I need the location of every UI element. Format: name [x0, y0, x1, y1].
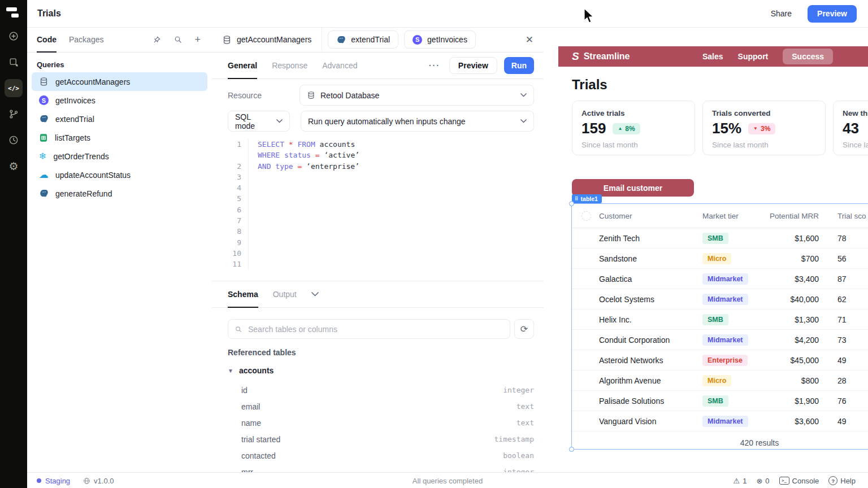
add-icon [8, 30, 19, 42]
salesforce-icon: ☁ [39, 170, 49, 180]
run-button[interactable]: Run [504, 57, 534, 74]
cell-customer: Palisade Solutions [594, 396, 698, 406]
nav-item-support[interactable]: Support [738, 52, 769, 61]
line-number: 7 [225, 215, 249, 226]
tier-badge: Midmarket [702, 416, 748, 427]
components-icon [8, 56, 19, 68]
stat-sublabel: Since la [843, 141, 868, 149]
cell-customer: Asteroid Networks [594, 356, 698, 365]
editor-tab-getAccountManagers[interactable]: getAccountManagers [212, 27, 322, 52]
overflow-menu-icon[interactable]: ··· [429, 61, 440, 70]
code-line: 2AND type = ‘enterprise’ [225, 161, 535, 172]
col-potential-mrr[interactable]: Potential MRR [766, 212, 822, 220]
status-console[interactable]: >_Console [779, 477, 819, 485]
query-item-updateAccountStatus[interactable]: ☁updateAccountStatus [32, 165, 207, 184]
subtab-general[interactable]: General [228, 53, 257, 79]
table-row[interactable]: Palisade SolutionsSMB$1,90076 [572, 391, 868, 411]
subtab-response[interactable]: Response [272, 53, 307, 79]
tab-packages[interactable]: Packages [69, 27, 103, 52]
rail-history-button[interactable] [5, 131, 23, 149]
tab-schema[interactable]: Schema [228, 281, 258, 307]
status-error[interactable]: ⊗0 [756, 477, 769, 485]
nav-item-success[interactable]: Success [783, 49, 833, 64]
select-all-checkbox[interactable] [581, 211, 591, 221]
share-button[interactable]: Share [767, 8, 795, 19]
rail-code-button[interactable]: </> [5, 79, 23, 97]
line-number: 2 [225, 161, 249, 172]
col-trial-score[interactable]: Trial sco [822, 212, 868, 220]
mode-value: SQL mode [235, 112, 271, 130]
schema-search[interactable] [228, 319, 510, 339]
caret-down-icon: ▼ [228, 368, 233, 374]
tier-badge: Midmarket [702, 273, 748, 285]
editor-tab-extendTrial[interactable]: extendTrial [328, 30, 398, 49]
col-customer[interactable]: Customer [594, 212, 698, 220]
table-row[interactable]: Helix Inc.SMB$1,30071 [572, 310, 868, 330]
query-item-getOrderTrends[interactable]: ❄getOrderTrends [32, 147, 207, 165]
table-row[interactable]: Ocelot SystemsMidmarket$40,00062 [572, 289, 868, 310]
run-behavior-select[interactable]: Run query automatically when inputs chan… [301, 111, 534, 132]
editor-tab-getInvoices[interactable]: SgetInvoices [404, 30, 476, 49]
collapse-panel-icon[interactable] [311, 292, 319, 297]
schema-table-accounts[interactable]: ▼ accounts [228, 366, 274, 375]
table-row[interactable]: Asteroid NetworksEnterprise$45,00049 [572, 350, 868, 371]
query-preview-button[interactable]: Preview [449, 57, 497, 74]
stat-delta-badge: ▼3% [748, 123, 775, 134]
selection-handle[interactable] [569, 201, 574, 206]
query-label: updateAccountStatus [55, 171, 131, 180]
tab-code[interactable]: Code [37, 27, 57, 52]
pin-icon[interactable] [153, 35, 162, 44]
status-warning[interactable]: ⚠1 [734, 477, 747, 485]
queries-section-label: Queries [37, 60, 212, 69]
query-item-listTargets[interactable]: listTargets [32, 128, 207, 147]
status-help[interactable]: ?Help [828, 476, 856, 485]
nav-item-sales[interactable]: Sales [702, 52, 723, 61]
field-type: boolean [503, 451, 534, 460]
editor-tab-label: getInvoices [427, 35, 467, 44]
query-item-getAccountManagers[interactable]: getAccountManagers [32, 72, 207, 91]
rail-add-button[interactable] [5, 27, 23, 45]
table-row[interactable]: SandstoneMicro$70056 [572, 249, 868, 269]
rail-settings-button[interactable]: ⚙ [5, 157, 23, 175]
tab-output[interactable]: Output [273, 281, 297, 307]
subtab-advanced[interactable]: Advanced [322, 53, 357, 79]
widget-tag[interactable]: ⠿ table1 [572, 194, 602, 203]
rail-version-control-button[interactable] [5, 105, 23, 123]
version-selector[interactable]: v1.0.0 [83, 477, 114, 485]
field-name: id [241, 386, 248, 395]
query-label: extendTrial [55, 115, 94, 124]
selection-handle[interactable] [569, 447, 574, 452]
table-row[interactable]: Zenith TechSMB$1,60078 [572, 228, 868, 249]
cell-mrr: $1,600 [766, 234, 822, 243]
schema-search-input[interactable] [247, 324, 504, 334]
cell-customer: Vanguard Vision [594, 417, 698, 426]
environment-selector[interactable]: Staging [37, 477, 70, 485]
table-row[interactable]: Conduit CorporationMidmarket$4,20073 [572, 330, 868, 350]
chevron-down-icon [520, 119, 527, 123]
code-line: 4 [225, 182, 535, 193]
rail-components-button[interactable] [5, 53, 23, 71]
close-tab-icon[interactable]: ✕ [526, 34, 533, 46]
cell-mrr: $1,300 [766, 315, 822, 324]
query-mode-select[interactable]: SQL mode [228, 111, 290, 132]
table-row[interactable]: Vanguard VisionMidmarket$3,60049 [572, 411, 868, 432]
sql-code-editor[interactable]: 1SELECT * FROM accountsWHERE status = ‘a… [225, 139, 535, 279]
cell-score: 78 [822, 234, 868, 243]
search-icon[interactable] [173, 35, 183, 44]
query-item-extendTrial[interactable]: extendTrial [32, 110, 207, 128]
app-canvas: S Streamline SalesSupportSuccess Trials … [544, 27, 868, 472]
line-number: 10 [225, 248, 249, 259]
tier-badge: Enterprise [702, 355, 748, 366]
table-row[interactable]: Algorithm AvenueMicro$80028 [572, 371, 868, 391]
col-market-tier[interactable]: Market tier [698, 212, 766, 220]
refresh-schema-button[interactable]: ⟳ [514, 319, 534, 339]
app-title: Trials [37, 8, 61, 19]
globe-icon [83, 477, 90, 485]
resource-select[interactable]: Retool Database [300, 85, 534, 106]
query-item-generateRefund[interactable]: generateRefund [32, 184, 207, 203]
add-query-icon[interactable]: + [194, 34, 201, 45]
table-row[interactable]: GalacticaMidmarket$3,40087 [572, 269, 868, 289]
preview-app-button[interactable]: Preview [808, 5, 857, 23]
cell-mrr: $800 [766, 376, 822, 385]
query-item-getInvoices[interactable]: SgetInvoices [32, 91, 207, 110]
